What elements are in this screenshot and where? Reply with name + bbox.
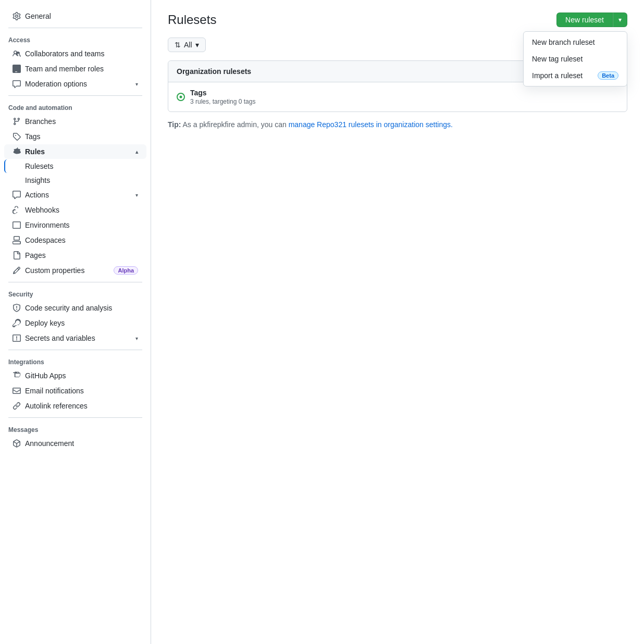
email-notifications-label: Email notifications bbox=[25, 387, 138, 395]
autolink-label: Autolink references bbox=[25, 402, 138, 410]
secret-icon bbox=[13, 334, 21, 342]
ruleset-desc: 3 rules, targeting 0 tags bbox=[190, 98, 255, 105]
secrets-label: Secrets and variables bbox=[25, 334, 131, 342]
sidebar-section-security: Security bbox=[0, 287, 151, 300]
actions-chevron: ▾ bbox=[135, 192, 138, 198]
divider-messages bbox=[8, 417, 142, 418]
actions-icon bbox=[13, 191, 21, 199]
github-apps-label: GitHub Apps bbox=[25, 371, 138, 380]
sidebar-item-code-security[interactable]: Code security and analysis bbox=[4, 301, 146, 315]
announcement-label: Announcement bbox=[25, 439, 138, 448]
new-ruleset-caret-button[interactable]: ▾ bbox=[613, 13, 627, 27]
new-tag-ruleset-label: New tag ruleset bbox=[532, 55, 583, 63]
webhooks-label: Webhooks bbox=[25, 206, 138, 214]
collaborators-label: Collaborators and teams bbox=[25, 49, 138, 58]
sidebar-item-rules[interactable]: Rules ▴ bbox=[4, 144, 146, 159]
new-ruleset-btn-group: New ruleset ▾ bbox=[556, 13, 627, 27]
sidebar-item-general[interactable]: General bbox=[4, 9, 146, 23]
filter-chevron: ▾ bbox=[195, 41, 199, 49]
comment-icon bbox=[13, 80, 21, 88]
sidebar-section-messages: Messages bbox=[0, 422, 151, 436]
sidebar-item-secrets[interactable]: Secrets and variables ▾ bbox=[4, 331, 146, 345]
divider-integrations bbox=[8, 350, 142, 350]
sidebar-item-actions[interactable]: Actions ▾ bbox=[4, 188, 146, 202]
tip-text: Tip: As a pkfirepkfire admin, you can ma… bbox=[168, 120, 627, 129]
tag-icon bbox=[13, 132, 21, 141]
page-header: Rulesets New ruleset ▾ bbox=[168, 13, 627, 27]
sidebar-item-email-notifications[interactable]: Email notifications bbox=[4, 383, 146, 398]
deploy-keys-label: Deploy keys bbox=[25, 319, 138, 327]
tip-prefix: Tip: bbox=[168, 120, 181, 129]
beta-badge: Beta bbox=[598, 71, 618, 80]
tip-link[interactable]: manage Repo321 rulesets in organization … bbox=[289, 120, 453, 129]
autolink-icon bbox=[13, 402, 21, 410]
sidebar-item-branches[interactable]: Branches bbox=[4, 114, 146, 129]
sidebar-sub-item-rulesets[interactable]: Rulesets bbox=[4, 159, 146, 173]
sidebar-item-github-apps[interactable]: GitHub Apps bbox=[4, 368, 146, 383]
webhook-icon bbox=[13, 206, 21, 214]
new-branch-ruleset-label: New branch ruleset bbox=[532, 38, 595, 46]
key-icon bbox=[13, 319, 21, 327]
sidebar-item-pages[interactable]: Pages bbox=[4, 248, 146, 263]
all-filter-label: All bbox=[184, 41, 192, 49]
pages-icon bbox=[13, 251, 21, 259]
main-content: Rulesets New ruleset ▾ ⇅ All ▾ Organizat… bbox=[151, 0, 644, 644]
tip-body: As a pkfirepkfire admin, you can bbox=[183, 120, 289, 129]
gear-icon bbox=[13, 12, 21, 20]
divider-security bbox=[8, 282, 142, 282]
sidebar-item-announcement[interactable]: Announcement bbox=[4, 436, 146, 451]
environments-label: Environments bbox=[25, 221, 138, 229]
ruleset-row-tags[interactable]: Tags 3 rules, targeting 0 tags bbox=[168, 82, 627, 112]
sidebar-item-collaborators[interactable]: Collaborators and teams bbox=[4, 46, 146, 61]
filter-icon: ⇅ bbox=[175, 41, 181, 49]
branches-label: Branches bbox=[25, 117, 138, 126]
email-icon bbox=[13, 387, 21, 395]
actions-label: Actions bbox=[25, 191, 131, 199]
sidebar-item-environments[interactable]: Environments bbox=[4, 218, 146, 232]
sidebar-item-deploy-keys[interactable]: Deploy keys bbox=[4, 316, 146, 330]
rulesets-sub-label: Rulesets bbox=[25, 162, 53, 170]
page-title: Rulesets bbox=[168, 13, 216, 27]
sidebar-sub-item-insights[interactable]: Insights bbox=[4, 174, 146, 187]
sidebar-item-moderation[interactable]: Moderation options ▾ bbox=[4, 77, 146, 91]
dropdown-new-branch-ruleset[interactable]: New branch ruleset bbox=[524, 34, 627, 51]
sidebar-section-integrations: Integrations bbox=[0, 354, 151, 368]
sidebar-item-custom-properties[interactable]: Custom properties Alpha bbox=[4, 263, 146, 278]
ruleset-status-icon bbox=[177, 93, 185, 101]
sidebar: General Access Collaborators and teams T… bbox=[0, 0, 151, 644]
new-ruleset-dropdown: New branch ruleset New tag ruleset Impor… bbox=[523, 31, 627, 86]
custom-properties-label: Custom properties bbox=[25, 266, 109, 275]
sidebar-item-autolink[interactable]: Autolink references bbox=[4, 399, 146, 413]
dropdown-new-tag-ruleset[interactable]: New tag ruleset bbox=[524, 51, 627, 67]
sidebar-item-codespaces[interactable]: Codespaces bbox=[4, 233, 146, 247]
branch-icon bbox=[13, 117, 21, 126]
sidebar-item-team-roles[interactable]: Team and member roles bbox=[4, 61, 146, 76]
team-roles-label: Team and member roles bbox=[25, 65, 138, 73]
divider-access bbox=[8, 28, 142, 28]
dropdown-import-ruleset[interactable]: Import a ruleset Beta bbox=[524, 67, 627, 84]
sidebar-item-webhooks[interactable]: Webhooks bbox=[4, 203, 146, 217]
apps-icon bbox=[13, 371, 21, 380]
insights-sub-label: Insights bbox=[25, 176, 50, 184]
codespaces-icon bbox=[13, 236, 21, 244]
tags-label: Tags bbox=[25, 132, 138, 141]
properties-icon bbox=[13, 266, 21, 275]
moderation-chevron: ▾ bbox=[135, 81, 138, 87]
rules-label: Rules bbox=[25, 147, 131, 156]
all-filter-button[interactable]: ⇅ All ▾ bbox=[168, 38, 206, 52]
sidebar-item-tags[interactable]: Tags bbox=[4, 129, 146, 144]
codespaces-label: Codespaces bbox=[25, 236, 138, 244]
moderation-label: Moderation options bbox=[25, 80, 131, 88]
import-ruleset-label: Import a ruleset bbox=[532, 71, 583, 80]
secrets-chevron: ▾ bbox=[135, 336, 138, 341]
sidebar-general-label: General bbox=[25, 12, 138, 20]
rules-chevron: ▴ bbox=[135, 149, 138, 155]
new-ruleset-button[interactable]: New ruleset bbox=[556, 13, 613, 27]
code-security-label: Code security and analysis bbox=[25, 304, 138, 312]
org-rulesets-title: Organization rulesets bbox=[177, 67, 251, 76]
people-icon bbox=[13, 49, 21, 58]
announcement-icon bbox=[13, 439, 21, 448]
team-icon bbox=[13, 65, 21, 73]
alpha-badge: Alpha bbox=[114, 266, 138, 275]
shield-icon bbox=[13, 304, 21, 312]
